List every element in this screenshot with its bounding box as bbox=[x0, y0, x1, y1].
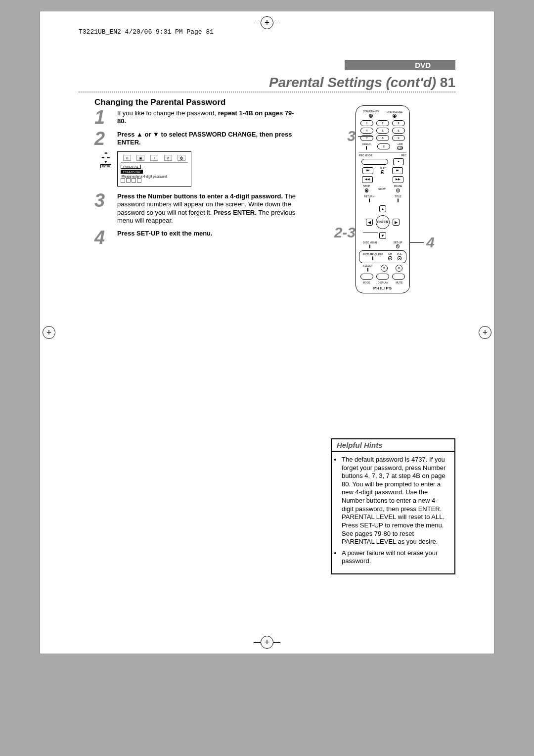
vol-down-button: ▼ bbox=[396, 265, 402, 272]
step-4: 4 Press SET-UP to exit the menu. bbox=[94, 230, 297, 245]
select-button bbox=[367, 268, 368, 272]
step-number: 2 bbox=[94, 131, 113, 146]
rec-label: REC bbox=[401, 154, 406, 157]
down-arrow-button: ▼ bbox=[379, 232, 386, 239]
clear-label: CLEAR bbox=[362, 142, 371, 145]
recmode-label: REC MODE bbox=[359, 154, 372, 157]
callout-number-3: 3 bbox=[347, 128, 356, 144]
title-text: Parental Settings (cont'd) bbox=[269, 75, 436, 90]
step-number: 3 bbox=[94, 192, 113, 208]
picture-button bbox=[372, 256, 373, 260]
next-button: ⏭ bbox=[392, 167, 403, 174]
step-3-body: Press the Number buttons to enter a 4-di… bbox=[117, 192, 297, 225]
pause-label: PAUSE bbox=[394, 185, 402, 188]
crop-mark-top bbox=[254, 16, 280, 29]
step-3-b1: Press the Number buttons to enter a 4-di… bbox=[117, 192, 283, 200]
up-arrow-button: ▲ bbox=[379, 205, 386, 212]
manual-page: T3221UB_EN2 4/20/06 9:31 PM Page 81 DVD … bbox=[40, 11, 494, 654]
osd-hint-enter: ENTER bbox=[100, 164, 112, 168]
step-4-bold: Press SET-UP to exit the menu. bbox=[117, 230, 213, 237]
callout-4-text: 4 bbox=[426, 234, 435, 250]
crop-mark-left bbox=[43, 326, 55, 339]
osd-parental-label: PARENTAL bbox=[121, 165, 141, 169]
step-2: 2 Press ▲ or ▼ to select PASSWORD CHANGE… bbox=[94, 131, 297, 147]
step-1-text: If you like to change the password, bbox=[117, 109, 218, 117]
page-title: Parental Settings (cont'd) 81 bbox=[269, 75, 455, 91]
osd-password-label: PASSWORD bbox=[121, 170, 143, 174]
plus10-button: +10 bbox=[397, 146, 403, 150]
display-button bbox=[376, 274, 389, 280]
title-label: TITLE bbox=[395, 195, 401, 198]
num-2: 2 bbox=[376, 120, 389, 126]
section-subhead: Changing the Parental Password bbox=[94, 97, 225, 107]
step-2-body: Press ▲ or ▼ to select PASSWORD CHANGE, … bbox=[117, 131, 297, 147]
ch-label: CH bbox=[388, 252, 392, 255]
rec-button: ● bbox=[393, 158, 404, 165]
section-tag-dvd: DVD bbox=[345, 60, 455, 70]
setup-label: SET-UP bbox=[394, 241, 402, 244]
num-0: 0 bbox=[377, 143, 390, 149]
print-slug: T3221UB_EN2 4/20/06 9:31 PM Page 81 bbox=[79, 28, 214, 36]
step-3-b2: Press ENTER. bbox=[214, 209, 257, 216]
disc-button bbox=[369, 244, 370, 248]
step-1: 1 If you like to change the password, re… bbox=[94, 109, 297, 126]
num-7: 7 bbox=[360, 135, 373, 141]
return-label: RETURN bbox=[364, 195, 374, 198]
hints-header: Helpful Hints bbox=[332, 439, 454, 452]
vol-up-button: ▲ bbox=[398, 256, 401, 260]
step-number: 1 bbox=[94, 109, 113, 125]
num-9: 9 bbox=[392, 135, 405, 141]
mode-button bbox=[360, 274, 373, 280]
vol-label: VOL. bbox=[397, 252, 402, 255]
steps-column: 1 If you like to change the password, re… bbox=[94, 109, 297, 250]
num-8: 8 bbox=[376, 135, 389, 141]
num-3: 3 bbox=[392, 120, 405, 126]
step-3: 3 Press the Number buttons to enter a 4-… bbox=[94, 192, 297, 225]
right-arrow-button: ▶ bbox=[393, 219, 400, 226]
num-4: 4 bbox=[360, 128, 373, 134]
mute-label: MUTE bbox=[396, 281, 402, 284]
enter-button: ENTER bbox=[376, 215, 390, 229]
mode-label: MODE bbox=[363, 281, 370, 284]
num-6: 6 bbox=[392, 128, 405, 134]
display-label: DISPLAY bbox=[378, 281, 388, 284]
standby-button: ⏻ bbox=[369, 114, 373, 118]
setup-button: ↻ bbox=[396, 244, 400, 248]
openclose-button: ⏏ bbox=[393, 114, 397, 118]
helpful-hints-box: Helpful Hints The default password is 47… bbox=[331, 438, 455, 574]
callout-number-4: 4 bbox=[426, 234, 435, 251]
callout-number-2-3: 2-3 bbox=[334, 224, 356, 241]
osd-password-boxes bbox=[121, 178, 188, 183]
picture-label: PICTURE /SLEEP bbox=[363, 253, 383, 256]
left-arrow-button: ◀ bbox=[366, 219, 373, 226]
step-1-body: If you like to change the password, repe… bbox=[117, 109, 297, 126]
num-1: 1 bbox=[360, 120, 373, 126]
callout-23-text: 2-3 bbox=[334, 224, 356, 240]
hint-item-1: The default password is 4737. If you for… bbox=[342, 456, 447, 546]
ch-up-button: ▲ bbox=[388, 256, 392, 260]
clear-button bbox=[366, 146, 367, 150]
step-4-body: Press SET-UP to exit the menu. bbox=[117, 230, 213, 237]
osd-tabs: ⎚▣♪⊘⏻ bbox=[121, 155, 188, 163]
crop-mark-right bbox=[479, 326, 491, 339]
step-number: 4 bbox=[94, 230, 113, 245]
fwd-button: ▶▶ bbox=[393, 176, 403, 183]
prev-button: ⏮ bbox=[362, 167, 373, 174]
step-2-bold: Press ▲ or ▼ to select PASSWORD CHANGE, … bbox=[117, 131, 292, 146]
pause-button: ⏸ bbox=[396, 189, 400, 192]
select-label: SELECT bbox=[363, 264, 372, 267]
rew-button: ◀◀ bbox=[362, 176, 373, 183]
mute-button bbox=[392, 274, 405, 280]
osd-screenshot: ⎚▣♪⊘⏻ PARENTAL PASSWORD Please enter a 4… bbox=[117, 151, 191, 187]
stop-button: ◼ bbox=[365, 189, 368, 192]
crop-mark-bottom bbox=[254, 636, 280, 649]
return-button bbox=[369, 198, 370, 202]
nav-pad: ▲ ▼ ◀ ▶ ENTER bbox=[365, 204, 400, 240]
num-5: 5 bbox=[376, 128, 389, 134]
stop-label: STOP bbox=[363, 185, 370, 188]
remote-control-diagram: STANDBY-ON⏻ OPEN/CLOSE⏏ 1 2 3 4 5 6 7 8 … bbox=[356, 105, 410, 293]
brand-logo: PHILIPS bbox=[359, 286, 406, 290]
disc-label: DISC MENU bbox=[363, 241, 377, 244]
divider-dotted bbox=[79, 92, 455, 93]
slow-label: SLOW bbox=[378, 188, 386, 190]
